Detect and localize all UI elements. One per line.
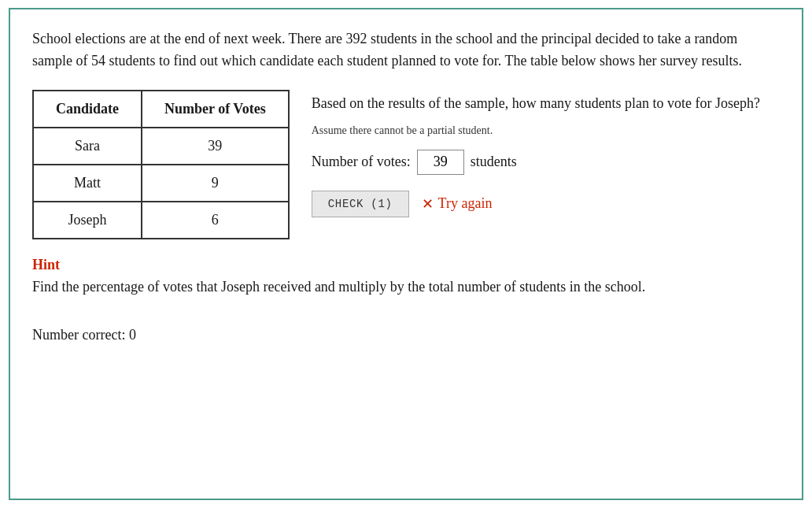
try-again-label: Try again <box>438 195 493 212</box>
votes-label: Number of votes: <box>312 154 411 170</box>
table-row: Joseph 6 <box>33 202 289 239</box>
votes-matt: 9 <box>142 165 289 202</box>
problem-text: School elections are at the end of next … <box>32 28 780 72</box>
votes-input[interactable] <box>417 150 464 175</box>
table-section: Candidate Number of Votes Sara 39 Matt 9… <box>32 90 290 239</box>
candidate-matt: Matt <box>33 165 142 202</box>
candidate-joseph: Joseph <box>33 202 142 239</box>
hint-text: Find the percentage of votes that Joseph… <box>32 276 780 298</box>
right-section: Based on the results of the sample, how … <box>312 90 780 217</box>
col-header-candidate: Candidate <box>33 91 142 128</box>
candidates-table: Candidate Number of Votes Sara 39 Matt 9… <box>32 90 290 239</box>
x-icon: ✕ <box>422 195 434 213</box>
question-text: Based on the results of the sample, how … <box>312 93 780 115</box>
votes-joseph: 6 <box>142 202 289 239</box>
main-content: Candidate Number of Votes Sara 39 Matt 9… <box>32 90 780 239</box>
table-row: Sara 39 <box>33 128 289 165</box>
check-button[interactable]: CHECK (1) <box>312 191 409 217</box>
main-container: School elections are at the end of next … <box>9 8 803 500</box>
hint-section: Hint Find the percentage of votes that J… <box>32 257 780 298</box>
check-row: CHECK (1) ✕ Try again <box>312 191 780 217</box>
students-label: students <box>471 154 517 170</box>
hint-title: Hint <box>32 257 60 273</box>
try-again[interactable]: ✕ Try again <box>422 195 493 213</box>
votes-sara: 39 <box>142 128 289 165</box>
assume-text: Assume there cannot be a partial student… <box>312 124 780 137</box>
candidate-sara: Sara <box>33 128 142 165</box>
col-header-votes: Number of Votes <box>142 91 289 128</box>
votes-row: Number of votes: students <box>312 150 780 175</box>
number-correct: Number correct: 0 <box>32 327 780 343</box>
table-row: Matt 9 <box>33 165 289 202</box>
